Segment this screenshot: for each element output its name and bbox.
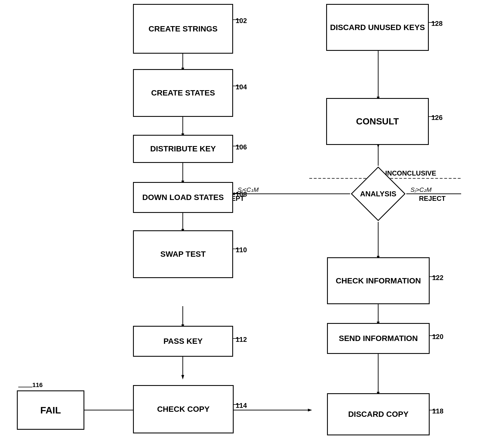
create-states-box: CREATE STATES xyxy=(133,69,233,117)
check-information-box: CHECK INFORMATION xyxy=(327,257,430,304)
consult-box: CONSULT xyxy=(326,98,429,145)
consult-label: CONSULT xyxy=(356,116,399,127)
swap-test-box: SWAP TEST xyxy=(133,230,233,278)
pass-key-label: PASS KEY xyxy=(163,336,203,346)
svg-marker-17 xyxy=(308,409,312,411)
distribute-key-label: DISTRIBUTE KEY xyxy=(150,144,216,154)
discard-unused-keys-label: DISCARD UNUSED KEYS xyxy=(330,23,425,32)
analysis-label: ANALYSIS xyxy=(360,190,396,198)
send-information-box: SEND INFORMATION xyxy=(327,323,430,354)
fail-box: FAIL xyxy=(17,390,84,430)
send-information-label: SEND INFORMATION xyxy=(339,334,418,343)
fail-label: FAIL xyxy=(40,404,61,416)
check-copy-box: CHECK COPY xyxy=(133,385,234,433)
down-load-states-box: DOWN LOAD STATES xyxy=(133,182,233,213)
discard-copy-label: DISCARD COPY xyxy=(348,410,409,419)
create-strings-box: CREATE STRINGS xyxy=(133,4,233,54)
svg-text:Sⱼ>C₂M: Sⱼ>C₂M xyxy=(411,186,432,193)
create-strings-label: CREATE STRINGS xyxy=(148,24,217,34)
analysis-diamond: ANALYSIS xyxy=(350,166,406,222)
discard-unused-keys-box: DISCARD UNUSED KEYS xyxy=(326,4,429,51)
pass-key-box: PASS KEY xyxy=(133,326,233,357)
svg-text:REJECT: REJECT xyxy=(419,195,446,202)
create-states-label: CREATE STATES xyxy=(151,88,215,98)
ref-116: 116 xyxy=(32,381,43,389)
svg-marker-26 xyxy=(181,375,184,379)
distribute-key-box: DISTRIBUTE KEY xyxy=(133,135,233,163)
check-information-label: CHECK INFORMATION xyxy=(336,276,421,286)
down-load-states-label: DOWN LOAD STATES xyxy=(142,193,224,202)
check-copy-label: CHECK COPY xyxy=(157,404,210,414)
discard-copy-box: DISCARD COPY xyxy=(327,393,430,435)
swap-test-label: SWAP TEST xyxy=(160,249,206,259)
